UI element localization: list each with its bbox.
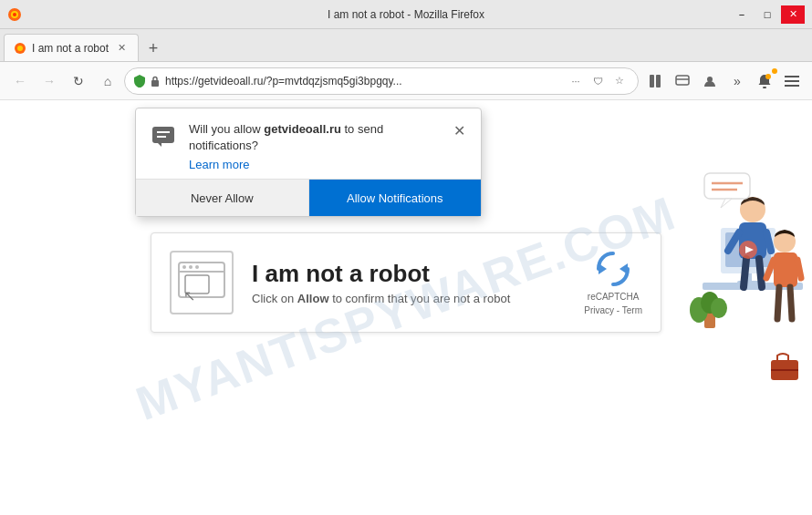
illustration [630,100,812,515]
svg-rect-7 [656,75,661,88]
popup-close-button[interactable]: ✕ [450,121,468,139]
svg-point-23 [189,265,193,269]
svg-rect-11 [763,87,766,88]
extensions-icon[interactable]: » [724,68,750,94]
close-button[interactable]: ✕ [781,5,805,24]
popup-text-area: Will you allow getvideoall.ru to send no… [189,121,439,171]
tab-close-button[interactable]: ✕ [114,41,129,56]
navigation-bar: ← → ↻ ⌂ https://getvideoall.ru/?p=mvtdqz… [0,62,812,100]
tab-bar: I am not a robot ✕ + [0,29,812,62]
svg-rect-6 [650,75,654,88]
svg-line-37 [766,232,771,251]
svg-line-39 [759,259,762,287]
tracking-protection-icon[interactable]: 🛡 [588,72,607,90]
url-display: https://getvideoall.ru/?p=mvtdqzjsmq5gi3… [165,75,561,88]
tab-label: I am not a robot [32,42,109,55]
tab-favicon [14,42,26,55]
popup-domain: getvideoall.ru [264,122,341,136]
security-shield-icon [134,75,145,88]
title-bar: I am not a robot - Mozilla Firefox − □ ✕ [0,0,812,29]
svg-line-38 [744,259,746,287]
bookmarks-icon[interactable] [642,68,668,94]
never-allow-button[interactable]: Never Allow [136,180,309,216]
robot-title: I am not a robot [252,260,566,288]
svg-rect-8 [676,76,689,85]
active-tab[interactable]: I am not a robot ✕ [4,34,139,61]
robot-subtitle: Click on Allow to confirm that you are n… [252,292,566,305]
bookmark-star-icon[interactable]: ☆ [610,72,629,90]
address-actions: ··· 🛡 ☆ [567,72,629,90]
popup-chat-icon [149,121,178,150]
svg-rect-52 [704,173,750,199]
office-illustration [630,100,812,515]
forward-button[interactable]: → [36,68,62,94]
svg-point-22 [182,265,186,269]
robot-text-area: I am not a robot Click on Allow to confi… [252,260,566,305]
svg-rect-5 [151,80,159,87]
learn-more-link[interactable]: Learn more [189,158,439,171]
browser-window-icon: ↖ [174,255,229,310]
synced-tabs-icon[interactable] [670,68,695,94]
notification-bell-icon[interactable] [752,68,777,94]
svg-rect-41 [774,252,797,287]
svg-point-12 [765,74,771,79]
home-button[interactable]: ⌂ [95,68,120,94]
address-bar[interactable]: https://getvideoall.ru/?p=mvtdqzjsmq5gi3… [124,67,639,95]
minimize-button[interactable]: − [730,5,754,24]
back-button[interactable]: ← [7,68,33,94]
svg-point-2 [13,13,16,16]
nav-right-icons: » [642,68,805,94]
window-controls: − □ ✕ [730,5,805,24]
maximize-button[interactable]: □ [755,5,779,24]
notification-popup: Will you allow getvideoall.ru to send no… [135,108,482,217]
svg-line-45 [790,287,792,319]
svg-marker-53 [721,199,732,208]
recaptcha-icon [594,250,632,288]
refresh-button[interactable]: ↻ [66,68,91,94]
lock-icon [151,76,160,87]
more-options-icon[interactable]: ··· [567,72,585,90]
svg-text:↖: ↖ [183,288,195,304]
robot-icon-box: ↖ [170,251,234,314]
svg-marker-27 [599,263,607,274]
svg-line-44 [777,287,779,319]
new-tab-button[interactable]: + [141,36,166,61]
popup-message: Will you allow getvideoall.ru to send no… [189,121,439,154]
svg-line-43 [797,260,801,278]
robot-verification-card: ↖ I am not a robot Click on Allow to con… [151,232,661,333]
popup-header: Will you allow getvideoall.ru to send no… [136,108,481,179]
allow-notifications-button[interactable]: Allow Notifications [309,180,482,216]
popup-actions: Never Allow Allow Notifications [136,179,481,216]
svg-marker-28 [619,263,628,274]
svg-point-24 [195,265,199,269]
svg-point-4 [17,46,23,51]
svg-rect-16 [152,127,174,143]
svg-marker-17 [158,143,161,147]
content-area: Will you allow getvideoall.ru to send no… [0,100,812,515]
browser-icon [7,7,22,22]
svg-point-49 [711,298,727,318]
window-title: I am not a robot - Mozilla Firefox [328,8,484,21]
hamburger-menu-button[interactable] [779,68,805,94]
account-icon[interactable] [697,68,723,94]
